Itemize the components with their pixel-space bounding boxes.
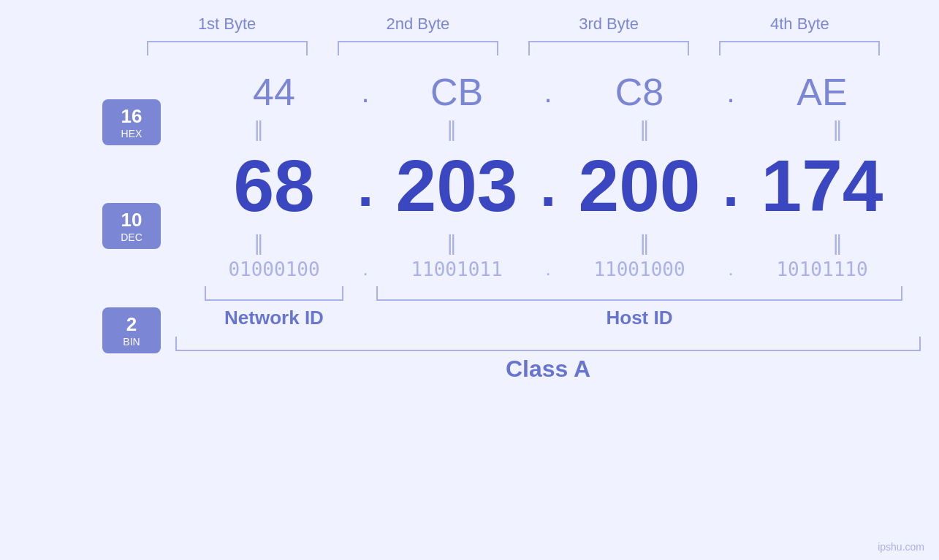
bin-val-1: 01000100 <box>194 258 354 280</box>
eq-2-1: ‖ <box>178 231 339 255</box>
dec-badge: 10 DEC <box>102 203 161 249</box>
left-labels: 16 HEX 10 DEC 2 BIN <box>102 70 175 383</box>
hex-dot-2: . <box>537 76 559 109</box>
bracket-top-1 <box>147 41 308 55</box>
byte-header-3: 3rd Byte <box>528 15 689 34</box>
network-id-label: Network ID <box>224 307 324 329</box>
bottom-bracket-row: Network ID Host ID <box>175 286 921 329</box>
dec-val-3: 200 <box>559 144 720 228</box>
dec-val-4: 174 <box>742 144 902 228</box>
bin-val-3: 11001000 <box>559 258 720 280</box>
host-id-label: Host ID <box>607 307 673 329</box>
byte-header-2: 2nd Byte <box>338 15 498 34</box>
class-a-bracket <box>175 337 921 351</box>
bin-dot-3: . <box>720 258 742 280</box>
hex-dot-1: . <box>354 76 376 109</box>
dec-val-1: 68 <box>194 144 354 228</box>
equals-row-1: ‖ ‖ ‖ ‖ <box>175 117 921 141</box>
eq-1-1: ‖ <box>178 117 339 141</box>
eq-1-3: ‖ <box>564 117 725 141</box>
class-a-section: Class A <box>175 337 921 383</box>
dec-dot-1: . <box>354 157 376 215</box>
dec-val-2: 203 <box>376 144 537 228</box>
eq-2-4: ‖ <box>757 231 918 255</box>
byte-headers-row: 1st Byte 2nd Byte 3rd Byte 4th Byte <box>102 15 895 34</box>
top-brackets-row <box>102 41 895 55</box>
equals-row-2: ‖ ‖ ‖ ‖ <box>175 231 921 255</box>
network-bracket <box>205 286 343 301</box>
hex-val-1: 44 <box>194 70 354 114</box>
network-id-section: Network ID <box>194 286 354 329</box>
eq-1-2: ‖ <box>371 117 532 141</box>
bracket-top-3 <box>528 41 689 55</box>
dec-dot-2: . <box>537 157 559 215</box>
eq-1-4: ‖ <box>757 117 918 141</box>
rows-area: 16 HEX 10 DEC 2 BIN 44 . CB . C8 . AE <box>102 70 895 383</box>
hex-row: 44 . CB . C8 . AE <box>175 70 921 114</box>
dec-dot-3: . <box>720 157 742 215</box>
hex-val-4: AE <box>742 70 902 114</box>
ip-display: 44 . CB . C8 . AE ‖ ‖ ‖ ‖ 68 . <box>175 70 921 383</box>
class-a-label: Class A <box>506 356 590 383</box>
byte-header-4: 4th Byte <box>719 15 880 34</box>
host-bracket <box>376 286 902 301</box>
watermark: ipshu.com <box>878 541 924 553</box>
bin-val-2: 11001011 <box>376 258 537 280</box>
bin-dot-2: . <box>537 258 559 280</box>
bin-val-4: 10101110 <box>742 258 902 280</box>
eq-2-3: ‖ <box>564 231 725 255</box>
bracket-top-4 <box>719 41 880 55</box>
hex-dot-3: . <box>720 76 742 109</box>
hex-val-3: C8 <box>559 70 720 114</box>
main-container: 1st Byte 2nd Byte 3rd Byte 4th Byte 16 H… <box>0 0 939 560</box>
bin-dot-1: . <box>354 258 376 280</box>
host-id-section: Host ID <box>376 286 902 329</box>
eq-2-2: ‖ <box>371 231 532 255</box>
hex-badge: 16 HEX <box>102 99 161 145</box>
bracket-top-2 <box>338 41 498 55</box>
hex-val-2: CB <box>376 70 537 114</box>
bin-badge: 2 BIN <box>102 307 161 353</box>
bin-row: 01000100 . 11001011 . 11001000 . 1010111… <box>175 258 921 280</box>
byte-header-1: 1st Byte <box>147 15 308 34</box>
dec-row: 68 . 203 . 200 . 174 <box>175 144 921 228</box>
